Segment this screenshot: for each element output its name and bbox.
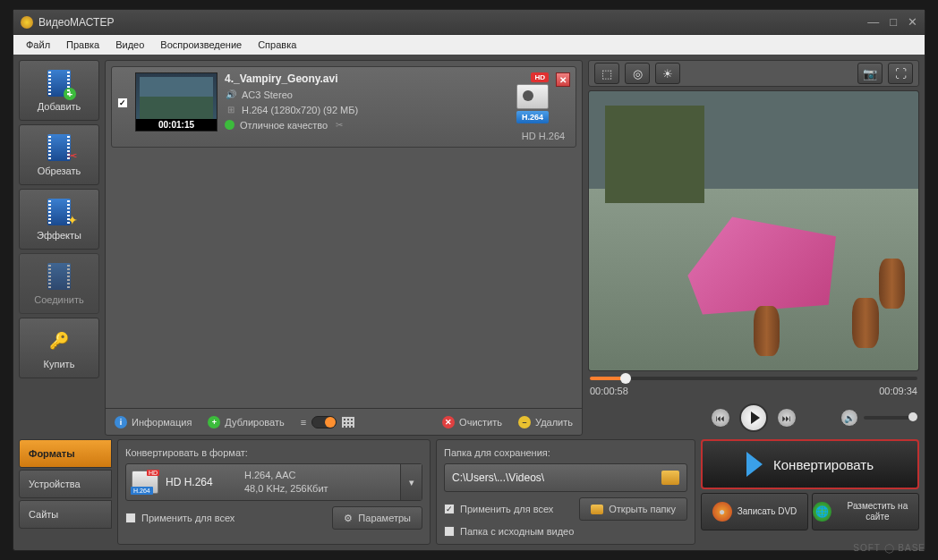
burn-dvd-button[interactable]: ● Записать DVD xyxy=(701,493,808,530)
lines-icon: ≡ xyxy=(301,417,306,428)
volume-button[interactable]: 🔊 xyxy=(840,409,858,427)
codec-info: H.264 (1280x720) (92 МБ) xyxy=(242,105,358,115)
video-icon: ⊞ xyxy=(225,104,236,115)
item-checkbox[interactable]: ✓ xyxy=(117,98,128,108)
camera-icon xyxy=(516,84,549,109)
quality-label: Отличное качество xyxy=(240,120,328,131)
apply-all-checkbox[interactable]: Применить для всех xyxy=(125,513,234,523)
open-folder-button[interactable]: Открыть папку xyxy=(579,497,687,521)
duplicate-icon: + xyxy=(208,416,220,428)
film-icon: ✂ xyxy=(47,134,71,161)
duplicate-button[interactable]: +Дублировать xyxy=(208,416,284,428)
action-column: Конвертировать ● Записать DVD 🌐 Размести… xyxy=(701,439,919,545)
tab-formats[interactable]: Форматы xyxy=(19,439,112,468)
save-apply-all-checkbox[interactable]: ✓Применить для всех xyxy=(444,504,553,514)
save-path-box: C:\Users\...\Videos\ xyxy=(444,463,687,492)
list-item[interactable]: ✓ 00:01:15 4._Vampiry_Geony.avi 🔊AC3 Ste… xyxy=(111,66,576,148)
delete-button[interactable]: –Удалить xyxy=(518,416,573,428)
volume-slider[interactable] xyxy=(864,416,917,420)
globe-icon: 🌐 xyxy=(813,502,831,522)
time-current: 00:00:58 xyxy=(590,386,628,396)
menu-playback[interactable]: Воспроизведение xyxy=(153,38,249,52)
preview-toolbar: ⬚ ◎ ☀ 📷 ⛶ xyxy=(588,60,919,87)
save-path: C:\Users\...\Videos\ xyxy=(452,471,656,484)
arrow-icon xyxy=(746,452,763,477)
save-panel-title: Папка для сохранения: xyxy=(444,447,687,458)
menu-help[interactable]: Справка xyxy=(251,38,303,52)
maximize-button[interactable]: □ xyxy=(890,15,897,29)
scissors-small-icon[interactable]: ✂ xyxy=(333,119,345,131)
info-button[interactable]: iИнформация xyxy=(115,416,192,428)
scissors-icon: ✂ xyxy=(67,148,78,163)
sidebar: + Добавить ✂ Обрезать ✦ Эффекты Соединит… xyxy=(19,60,99,436)
audio-info: AC3 Stereo xyxy=(242,89,293,100)
browse-folder-button[interactable] xyxy=(661,471,679,485)
preview-pane: ⬚ ◎ ☀ 📷 ⛶ 00:00:5 xyxy=(588,60,919,436)
folder-icon xyxy=(591,505,603,514)
time-total: 00:09:34 xyxy=(879,386,917,396)
format-panel-title: Конвертировать в формат: xyxy=(125,447,422,458)
add-button[interactable]: + Добавить xyxy=(19,60,99,121)
play-button[interactable] xyxy=(739,403,768,432)
next-button[interactable]: ⏭ xyxy=(777,408,797,428)
same-folder-checkbox[interactable]: Папка с исходным видео xyxy=(444,526,687,537)
title-bar: ВидеоМАСТЕР — □ ✕ xyxy=(13,10,925,35)
brightness-button[interactable]: ☀ xyxy=(655,63,680,84)
effects-button[interactable]: ✦ Эффекты xyxy=(19,189,99,250)
camera-icon: HDH.264 xyxy=(132,471,158,494)
file-list: ✓ 00:01:15 4._Vampiry_Geony.avi 🔊AC3 Ste… xyxy=(105,60,583,436)
grid-icon xyxy=(342,417,354,428)
settings-button[interactable]: ◎ xyxy=(625,63,650,84)
publish-button[interactable]: 🌐 Разместить на сайте xyxy=(812,493,919,530)
format-panel: Конвертировать в формат: HDH.264 HD H.26… xyxy=(117,439,431,545)
close-button[interactable]: ✕ xyxy=(908,15,917,29)
video-viewport[interactable] xyxy=(588,90,919,371)
convert-button[interactable]: Конвертировать xyxy=(701,439,919,489)
info-icon: i xyxy=(115,416,127,428)
buy-button[interactable]: 🔑 Купить xyxy=(19,318,99,378)
crop-button[interactable]: ⬚ xyxy=(594,63,619,84)
tab-sites[interactable]: Сайты xyxy=(19,500,112,529)
trim-button[interactable]: ✂ Обрезать xyxy=(19,124,99,185)
film-icon: ✦ xyxy=(47,199,71,225)
film-icon: + xyxy=(47,70,71,97)
clear-button[interactable]: ✕Очистить xyxy=(442,416,502,428)
thumbnail[interactable]: 00:01:15 xyxy=(135,72,217,132)
format-label: HD H.264 xyxy=(522,131,565,141)
fullscreen-button[interactable]: ⛶ xyxy=(888,63,913,84)
film-icon xyxy=(47,263,71,290)
list-toolbar: iИнформация +Дублировать ≡ ✕Очистить –Уд… xyxy=(106,408,582,435)
prev-button[interactable]: ⏮ xyxy=(711,408,730,428)
quality-icon xyxy=(225,120,234,130)
menu-file[interactable]: Файл xyxy=(19,38,57,52)
remove-item-button[interactable]: ✕ xyxy=(556,72,570,87)
format-badge: H.264 xyxy=(516,111,549,123)
gear-icon: ⚙ xyxy=(344,513,353,524)
hd-badge: HD xyxy=(531,72,549,82)
audio-icon: 🔊 xyxy=(225,89,236,100)
menu-edit[interactable]: Правка xyxy=(59,38,107,52)
parameters-button[interactable]: ⚙Параметры xyxy=(332,506,422,530)
app-logo-icon xyxy=(21,16,33,29)
app-title: ВидеоМАСТЕР xyxy=(38,16,867,29)
format-tabs: Форматы Устройства Сайты xyxy=(19,439,112,545)
save-panel: Папка для сохранения: C:\Users\...\Video… xyxy=(436,439,695,545)
snapshot-button[interactable]: 📷 xyxy=(857,63,883,84)
delete-icon: – xyxy=(518,416,531,428)
file-name: 4._Vampiry_Geony.avi xyxy=(225,72,504,85)
watermark: SOFT ◯ BASE xyxy=(853,543,925,553)
duration-label: 00:01:15 xyxy=(136,119,217,131)
format-selector[interactable]: HDH.264 HD H.264 H.264, AAC48,0 KHz, 256… xyxy=(125,463,422,501)
view-toggles: ≡ xyxy=(301,416,354,428)
format-dropdown-button[interactable]: ▾ xyxy=(400,464,422,500)
menu-video[interactable]: Видео xyxy=(108,38,151,52)
format-name: HD H.264 xyxy=(166,476,237,488)
join-button[interactable]: Соединить xyxy=(19,253,99,314)
seek-slider[interactable] xyxy=(590,377,917,380)
minimize-button[interactable]: — xyxy=(867,15,879,29)
clear-icon: ✕ xyxy=(442,416,455,428)
plus-icon: + xyxy=(64,88,76,100)
tab-devices[interactable]: Устройства xyxy=(19,470,112,498)
view-toggle[interactable] xyxy=(311,416,337,428)
menu-bar: Файл Правка Видео Воспроизведение Справк… xyxy=(13,35,925,55)
